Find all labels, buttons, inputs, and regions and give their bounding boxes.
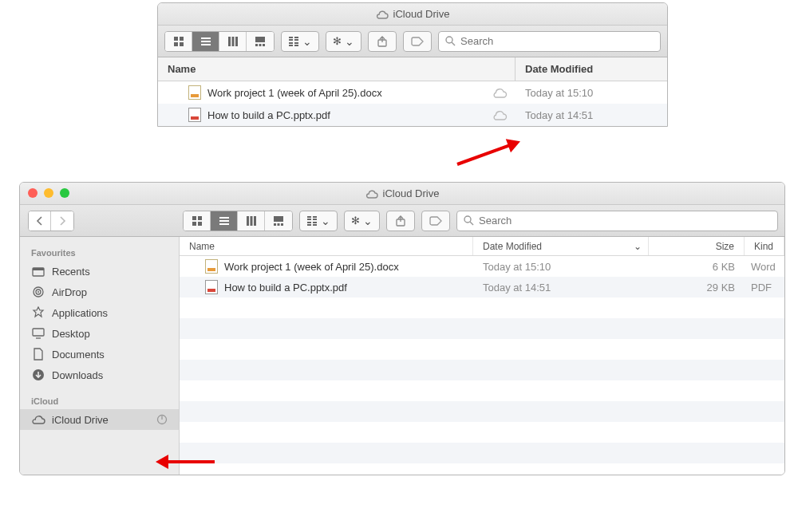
top-finder-window-cropped: iCloud Drive ⌄ ✻ ⌄ Name Date Modified [157,2,668,127]
empty-row [180,339,784,360]
svg-rect-46 [313,224,317,226]
cloud-icon [31,415,45,424]
action-menu-button[interactable]: ✻ ⌄ [326,31,361,52]
search-icon [464,215,474,226]
search-field[interactable] [456,211,778,231]
cloud-icon [365,189,378,199]
svg-rect-11 [255,44,258,46]
chevron-down-icon: ⌄ [363,215,373,227]
sidebar-item-label: AirDrop [52,286,87,298]
file-row[interactable]: How to build a PC.pptx.pdf Today at 14:5… [158,104,667,126]
column-header-kind[interactable]: Kind [745,237,784,255]
column-header-date[interactable]: Date Modified [516,57,667,81]
column-header-size[interactable]: Size [649,237,745,255]
svg-rect-55 [33,329,44,336]
svg-rect-9 [235,37,238,46]
sidebar-item-recents[interactable]: Recents [20,261,179,282]
gallery-view-button[interactable] [265,211,292,231]
column-header-date[interactable]: Date Modified⌄ [473,237,649,255]
window-controls [28,188,69,198]
tags-button[interactable] [421,211,450,231]
svg-rect-18 [289,42,293,44]
sidebar-item-label: Recents [52,266,90,278]
svg-rect-34 [254,216,256,226]
sidebar-item-desktop[interactable]: Desktop [20,323,179,344]
list-view-button[interactable] [192,32,219,51]
sidebar-item-airdrop[interactable]: AirDrop [20,282,179,302]
svg-rect-41 [313,216,317,218]
search-input[interactable] [479,215,771,227]
file-list: Work project 1 (week of April 25).docx T… [180,256,784,475]
share-button[interactable] [386,211,415,231]
gallery-view-button[interactable] [247,32,274,51]
chevron-down-icon: ⌄ [321,215,330,227]
file-row[interactable]: Work project 1 (week of April 25).docx T… [158,81,667,104]
svg-rect-6 [201,44,211,45]
cloud-status-icon [484,87,516,98]
sync-progress-icon [156,414,168,425]
pdf-file-icon [188,108,201,122]
sidebar-item-label: Desktop [52,328,90,340]
svg-rect-31 [219,223,229,225]
view-mode-segmented [164,31,275,52]
svg-rect-13 [263,44,265,46]
empty-row [180,463,784,475]
empty-row [180,318,784,339]
column-header-name[interactable]: Name [158,57,516,81]
recents-icon [31,266,45,277]
svg-point-23 [446,37,452,43]
column-view-button[interactable] [219,32,247,51]
group-by-button[interactable]: ⌄ [281,31,319,52]
chevron-down-icon: ⌄ [634,241,648,252]
sidebar-item-documents[interactable]: Documents [20,344,179,365]
sidebar-item-applications[interactable]: Applications [20,302,179,323]
svg-rect-42 [313,219,317,220]
icon-view-button[interactable] [165,32,192,51]
file-kind: PDF [745,282,784,294]
file-row[interactable]: How to build a PC.pptx.pdf Today at 14:5… [180,277,784,298]
annotation-arrow [456,144,510,166]
finder-window: iCloud Drive ⌄ ✻ ⌄ Favourites [19,182,785,475]
file-list: Work project 1 (week of April 25).docx T… [158,81,667,126]
forward-button[interactable] [51,211,73,231]
svg-rect-7 [228,37,231,46]
column-view-button[interactable] [238,211,265,231]
svg-rect-21 [294,45,298,46]
minimize-window-button[interactable] [44,188,53,198]
svg-rect-28 [198,222,202,226]
svg-rect-38 [281,223,283,226]
svg-rect-30 [219,220,229,222]
icon-view-button[interactable] [184,211,211,231]
cloud-icon [376,10,389,19]
list-view-button[interactable] [211,211,238,231]
search-icon [445,36,456,46]
share-button[interactable] [368,31,397,52]
tag-icon [429,216,442,226]
search-field[interactable] [438,31,661,52]
svg-rect-15 [289,39,293,41]
file-row[interactable]: Work project 1 (week of April 25).docx T… [180,256,784,277]
svg-rect-32 [247,216,249,226]
sidebar: Favourites Recents AirDrop Applications … [20,237,180,475]
svg-rect-20 [294,42,298,44]
tag-icon [411,37,424,46]
file-name: How to build a PC.pptx.pdf [207,109,330,121]
group-by-button[interactable]: ⌄ [299,211,338,231]
svg-rect-43 [307,222,311,223]
empty-row [180,298,784,318]
svg-point-54 [38,291,39,293]
documents-icon [31,348,45,361]
file-date: Today at 15:10 [473,261,649,273]
desktop-icon [31,328,45,339]
search-input[interactable] [460,35,654,47]
tags-button[interactable] [403,31,432,52]
column-header-name[interactable]: Name [180,237,473,255]
sidebar-item-downloads[interactable]: Downloads [20,365,179,385]
zoom-window-button[interactable] [60,188,69,198]
sidebar-item-icloud-drive[interactable]: iCloud Drive [20,409,179,430]
action-menu-button[interactable]: ✻ ⌄ [344,211,380,231]
close-window-button[interactable] [28,188,38,198]
svg-rect-45 [313,222,317,223]
file-date: Today at 14:51 [516,109,667,121]
back-button[interactable] [29,211,51,231]
